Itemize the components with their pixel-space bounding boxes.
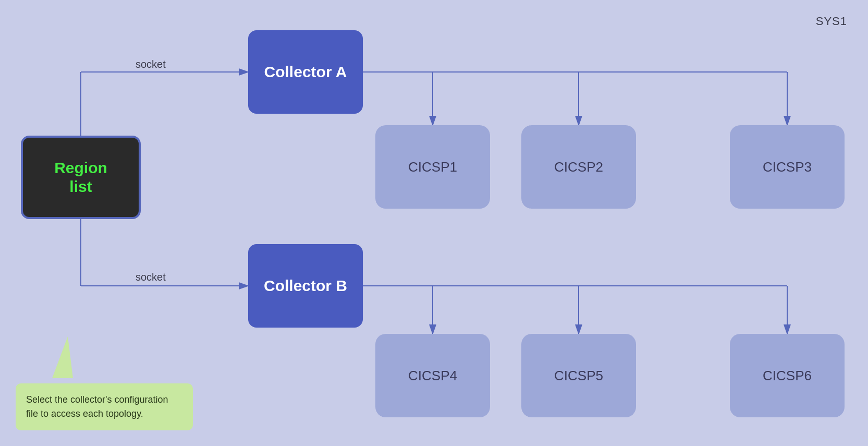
callout-text: Select the collector's configuration fil… bbox=[26, 394, 168, 419]
callout-box: Select the collector's configuration fil… bbox=[16, 383, 193, 430]
socket-label-a: socket bbox=[136, 58, 166, 70]
callout-triangle bbox=[52, 336, 73, 378]
cicsp6-label: CICSP6 bbox=[763, 368, 812, 384]
collector-a-box[interactable]: Collector A bbox=[248, 30, 363, 114]
region-list-box[interactable]: Regionlist bbox=[21, 136, 141, 219]
cicsp4-box[interactable]: CICSP4 bbox=[375, 334, 490, 417]
cicsp5-label: CICSP5 bbox=[554, 368, 603, 384]
cicsp2-box[interactable]: CICSP2 bbox=[521, 125, 636, 209]
sys1-label: SYS1 bbox=[816, 15, 847, 28]
cicsp1-box[interactable]: CICSP1 bbox=[375, 125, 490, 209]
cicsp6-box[interactable]: CICSP6 bbox=[730, 334, 845, 417]
cicsp4-label: CICSP4 bbox=[408, 368, 457, 384]
collector-a-label: Collector A bbox=[264, 63, 347, 81]
collector-b-box[interactable]: Collector B bbox=[248, 244, 363, 328]
main-diagram: SYS1 bbox=[0, 0, 868, 446]
cicsp5-box[interactable]: CICSP5 bbox=[521, 334, 636, 417]
cicsp1-label: CICSP1 bbox=[408, 159, 457, 175]
cicsp3-box[interactable]: CICSP3 bbox=[730, 125, 845, 209]
cicsp2-label: CICSP2 bbox=[554, 159, 603, 175]
cicsp3-label: CICSP3 bbox=[763, 159, 812, 175]
region-list-label: Regionlist bbox=[54, 159, 107, 196]
collector-b-label: Collector B bbox=[264, 277, 347, 295]
socket-label-b: socket bbox=[136, 271, 166, 283]
